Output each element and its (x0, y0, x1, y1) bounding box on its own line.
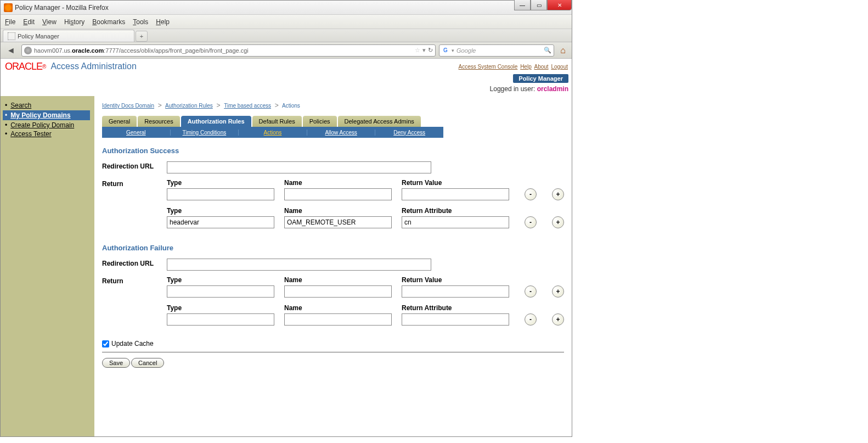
tab-policies[interactable]: Policies (303, 116, 337, 127)
firefox-window: Policy Manager - Mozilla Firefox — ▭ ✕ F… (0, 0, 572, 437)
back-button[interactable]: ◄ (4, 44, 18, 57)
search-icon[interactable]: 🔍 (544, 47, 551, 54)
page-icon (8, 32, 15, 40)
remove-row-button[interactable]: - (525, 188, 537, 200)
bookmark-star-icon[interactable]: ☆ (415, 47, 420, 54)
sidebar-item-my-policy-domains[interactable]: My Policy Domains (3, 110, 90, 120)
subtab-allow[interactable]: Allow Access (307, 130, 376, 136)
sidebar-item-search[interactable]: Search (5, 102, 90, 109)
add-row-button[interactable]: + (552, 313, 564, 326)
window-controls: — ▭ ✕ (514, 0, 572, 10)
menu-tools[interactable]: Tools (133, 18, 148, 26)
input-failure-return-attr-2[interactable] (402, 313, 509, 326)
tab-general[interactable]: General (102, 116, 137, 127)
breadcrumb: Identity Docs Domain > Authorization Rul… (102, 102, 564, 109)
input-success-name-1[interactable] (284, 188, 392, 200)
input-failure-type-1[interactable] (167, 285, 274, 298)
input-success-return-value-1[interactable] (402, 188, 509, 200)
remove-row-button[interactable]: - (525, 216, 537, 228)
subtab-timing[interactable]: Timing Conditions (171, 130, 239, 136)
menu-help[interactable]: Help (156, 18, 170, 26)
add-row-button[interactable]: + (552, 216, 564, 228)
tab-delegated-admins[interactable]: Delegated Access Admins (338, 116, 421, 127)
section-auth-failure: Authorization Failure (102, 244, 564, 252)
link-logout[interactable]: Logout (551, 64, 568, 70)
oracle-logo: ORACLE (5, 61, 42, 72)
remove-row-button[interactable]: - (525, 285, 537, 298)
form-actions: Save Cancel (102, 358, 564, 368)
update-cache-checkbox[interactable] (102, 340, 109, 347)
label-redirection-url: Redirection URL (102, 259, 167, 267)
menu-edit[interactable]: Edit (23, 18, 35, 26)
input-success-redirection-url[interactable] (167, 161, 431, 173)
tab-authorization-rules[interactable]: Authorization Rules (181, 116, 251, 127)
url-domain: oracle.com (72, 47, 104, 54)
policy-manager-badge: Policy Manager (513, 74, 568, 83)
input-success-name-2[interactable] (284, 216, 392, 228)
new-tab-button[interactable]: + (136, 31, 148, 42)
input-failure-type-2[interactable] (167, 313, 274, 326)
remove-row-button[interactable]: - (525, 313, 537, 326)
breadcrumb-time-based[interactable]: Time based access (224, 103, 271, 109)
browser-tabbar: Policy Manager + (1, 29, 572, 42)
google-icon: G (442, 47, 449, 54)
oracle-dot: ® (42, 64, 46, 70)
add-row-button[interactable]: + (552, 188, 564, 200)
input-failure-redirection-url[interactable] (167, 259, 431, 271)
content-area: Search My Policy Domains Create Policy D… (1, 96, 572, 436)
access-admin-title: Access Administration (50, 61, 137, 71)
menu-file[interactable]: File (5, 18, 15, 26)
tab-default-rules[interactable]: Default Rules (252, 116, 302, 127)
label-redirection-url: Redirection URL (102, 161, 167, 170)
input-success-type-2[interactable] (167, 216, 274, 228)
window-title: Policy Manager - Mozilla Firefox (15, 4, 109, 12)
breadcrumb-auth-rules[interactable]: Authorization Rules (165, 103, 213, 109)
input-failure-return-value-1[interactable] (402, 285, 509, 298)
tab-resources[interactable]: Resources (138, 116, 180, 127)
menu-view[interactable]: View (42, 18, 57, 26)
cancel-button[interactable]: Cancel (131, 358, 164, 368)
url-path: :7777/access/oblix/apps/front_page/bin/f… (104, 47, 249, 54)
home-button[interactable]: ⌂ (557, 45, 568, 56)
subtab-actions[interactable]: Actions (239, 130, 307, 136)
oracle-header: ORACLE® Access Administration Access Sys… (1, 59, 572, 74)
label-return: Return (102, 276, 167, 285)
subtab-deny[interactable]: Deny Access (375, 130, 443, 136)
search-placeholder: Google (456, 47, 476, 54)
maximize-button[interactable]: ▭ (531, 0, 547, 10)
link-access-console[interactable]: Access System Console (459, 64, 518, 70)
menu-bookmarks[interactable]: Bookmarks (92, 18, 125, 26)
sub-tabs: General Timing Conditions Actions Allow … (102, 127, 443, 138)
top-tabs: General Resources Authorization Rules De… (102, 116, 564, 127)
breadcrumb-domain[interactable]: Identity Docs Domain (102, 103, 154, 109)
link-about[interactable]: About (534, 64, 548, 70)
update-cache-label: Update Cache (111, 340, 154, 347)
firefox-icon (4, 3, 13, 12)
browser-tab-active[interactable]: Policy Manager (3, 30, 134, 42)
input-failure-name-1[interactable] (284, 285, 392, 298)
input-failure-name-2[interactable] (284, 313, 392, 326)
main-panel: Identity Docs Domain > Authorization Rul… (94, 96, 572, 436)
menu-history[interactable]: History (64, 18, 84, 26)
logged-in-user: orcladmin (537, 85, 568, 93)
update-cache-row: Update Cache (102, 340, 564, 347)
divider (102, 352, 564, 352)
address-bar: ◄ haovm007.us.oracle.com:7777/access/obl… (1, 42, 572, 59)
sidebar-item-create-policy-domain[interactable]: Create Policy Domain (5, 121, 90, 129)
subtab-general[interactable]: General (102, 130, 171, 136)
save-button[interactable]: Save (102, 358, 130, 368)
search-box[interactable]: G ▾ Google 🔍 (439, 44, 554, 57)
add-row-button[interactable]: + (552, 285, 564, 298)
input-success-return-attr-2[interactable] (402, 216, 509, 228)
input-success-type-1[interactable] (167, 188, 274, 200)
label-return: Return (102, 179, 167, 188)
tab-title: Policy Manager (18, 33, 59, 40)
link-help[interactable]: Help (520, 64, 532, 70)
url-input[interactable]: haovm007.us.oracle.com:7777/access/oblix… (21, 44, 436, 57)
sidebar-item-access-tester[interactable]: Access Tester (5, 130, 90, 138)
refresh-icon[interactable]: ↻ (428, 47, 433, 54)
titlebar: Policy Manager - Mozilla Firefox — ▭ ✕ (1, 1, 572, 15)
minimize-button[interactable]: — (514, 0, 531, 10)
header-links: Access System Console Help About Logout (458, 64, 568, 70)
close-button[interactable]: ✕ (547, 0, 572, 10)
